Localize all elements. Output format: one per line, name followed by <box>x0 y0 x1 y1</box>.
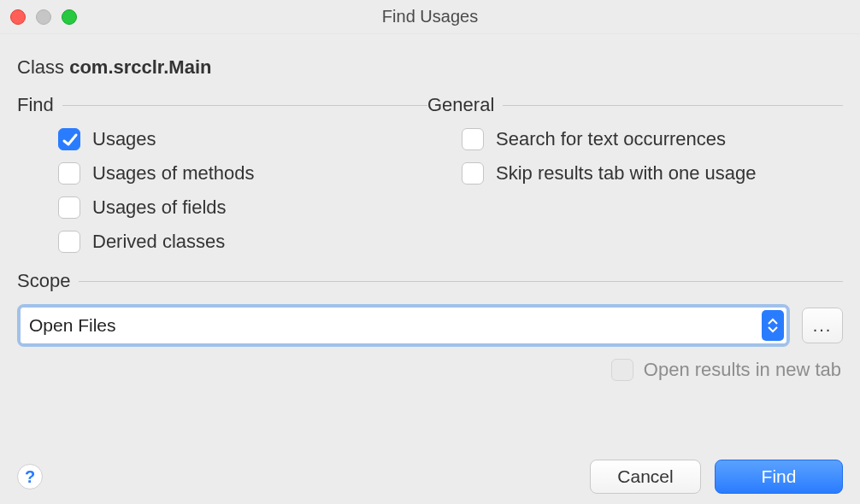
chevron-up-down-icon[interactable] <box>762 310 784 341</box>
checkbox-icon[interactable] <box>462 128 484 150</box>
find-legend: Find <box>17 94 427 116</box>
checkbox-derived-classes[interactable]: Derived classes <box>58 231 427 253</box>
scope-legend-label: Scope <box>17 270 79 292</box>
window-title: Find Usages <box>382 7 478 26</box>
open-new-tab-label: Open results in new tab <box>644 359 841 381</box>
target-kind: Class <box>17 56 64 78</box>
checkbox-skip-one-usage[interactable]: Skip results tab with one usage <box>462 162 843 185</box>
scope-combo[interactable]: Open Files <box>17 304 790 347</box>
general-legend-label: General <box>427 94 503 116</box>
checkbox-label: Search for text occurrences <box>496 128 726 150</box>
checkbox-open-new-tab <box>611 359 633 381</box>
checkbox-label: Usages of fields <box>92 196 227 219</box>
scope-more-button[interactable]: ... <box>802 308 843 343</box>
target-fqn: com.srcclr.Main <box>69 56 211 78</box>
checkbox-usages-methods[interactable]: Usages of methods <box>58 162 427 185</box>
target-description: Class com.srcclr.Main <box>17 56 843 79</box>
zoom-icon[interactable] <box>62 9 77 25</box>
checkbox-icon[interactable] <box>58 196 80 219</box>
checkbox-usages-fields[interactable]: Usages of fields <box>58 196 427 219</box>
minimize-icon <box>36 9 51 25</box>
close-icon[interactable] <box>10 9 26 25</box>
checkbox-label: Derived classes <box>92 231 225 253</box>
find-legend-label: Find <box>17 94 62 116</box>
checkbox-icon[interactable] <box>462 162 484 185</box>
cancel-button[interactable]: Cancel <box>590 460 701 494</box>
scope-selected: Open Files <box>29 315 116 336</box>
checkbox-search-text[interactable]: Search for text occurrences <box>462 128 843 150</box>
checkbox-label: Usages of methods <box>92 162 255 185</box>
separator <box>503 105 843 106</box>
checkbox-icon[interactable] <box>58 231 80 253</box>
separator <box>79 281 843 282</box>
checkbox-label: Usages <box>92 128 156 150</box>
find-button[interactable]: Find <box>715 460 843 494</box>
checkbox-usages[interactable]: Usages <box>58 128 427 150</box>
checkbox-icon[interactable] <box>58 128 80 150</box>
help-button[interactable]: ? <box>17 464 43 489</box>
separator <box>62 105 427 106</box>
checkbox-icon[interactable] <box>58 162 80 185</box>
checkbox-label: Skip results tab with one usage <box>496 162 757 185</box>
scope-legend: Scope <box>17 270 843 292</box>
window-controls <box>10 9 77 25</box>
titlebar: Find Usages <box>0 0 860 34</box>
general-legend: General <box>427 94 843 116</box>
